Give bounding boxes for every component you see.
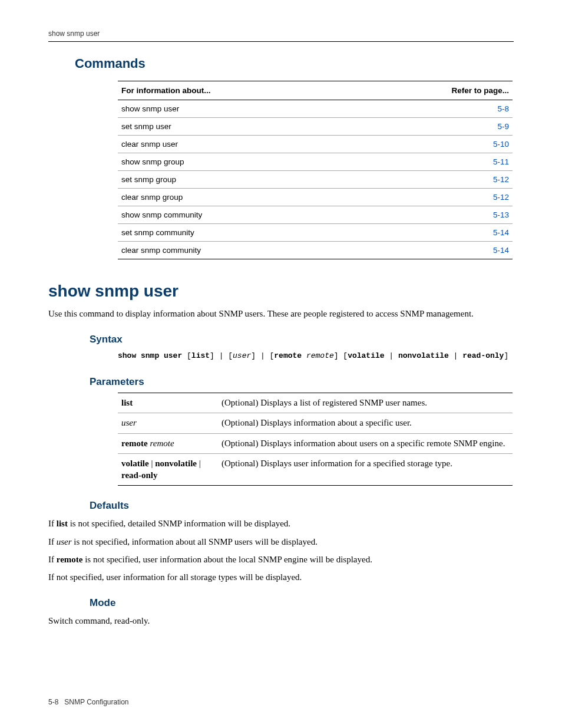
table-row: user(Optional) Displays information abou… — [118, 413, 513, 434]
defaults-line: If list is not specified, detailed SNMP … — [48, 518, 514, 529]
command-name-cell: set snmp group — [118, 171, 354, 189]
command-name-cell: set snmp user — [118, 118, 354, 136]
table-row: remote remote(Optional) Displays informa… — [118, 433, 513, 454]
page-link[interactable]: 5-13 — [493, 210, 509, 219]
page-link[interactable]: 5-9 — [497, 122, 509, 131]
mode-text: Switch command, read-only. — [48, 615, 514, 627]
command-intro: Use this command to display information … — [48, 308, 514, 319]
param-name-cell: remote remote — [118, 433, 218, 454]
param-desc-cell: (Optional) Displays user information for… — [218, 454, 513, 486]
page-link[interactable]: 5-14 — [493, 228, 509, 237]
defaults-line: If not specified, user information for a… — [48, 571, 514, 583]
page-ref-cell: 5-12 — [354, 189, 513, 206]
command-name-cell: show snmp group — [118, 153, 354, 171]
param-name-cell: volatile | nonvolatile | read-only — [118, 454, 218, 486]
syntax-heading: Syntax — [90, 334, 514, 345]
param-desc-cell: (Optional) Displays information about us… — [218, 433, 513, 454]
parameters-table: list(Optional) Displays a list of regist… — [118, 393, 513, 486]
command-name-cell: clear snmp user — [118, 136, 354, 153]
syntax-line: show snmp user [list] | [user] | [remote… — [118, 350, 514, 362]
defaults-line: If remote is not specified, user informa… — [48, 554, 514, 565]
command-name-cell: clear snmp community — [118, 242, 354, 259]
page-link[interactable]: 5-12 — [493, 175, 509, 184]
page-ref-cell: 5-8 — [354, 100, 513, 118]
defaults-heading: Defaults — [90, 500, 514, 512]
page-link[interactable]: 5-12 — [493, 193, 509, 202]
footer-section: SNMP Configuration — [64, 698, 128, 706]
param-name-cell: list — [118, 393, 218, 413]
commands-heading: Commands — [75, 56, 514, 71]
table-row: show snmp user5-8 — [118, 100, 513, 118]
running-header: show snmp user — [48, 29, 514, 42]
defaults-line: If user is not specified, information ab… — [48, 536, 514, 548]
table-row: clear snmp user5-10 — [118, 136, 513, 153]
table-row: show snmp group5-11 — [118, 153, 513, 171]
table-row: set snmp group5-12 — [118, 171, 513, 189]
page-link[interactable]: 5-14 — [493, 246, 509, 255]
page-ref-cell: 5-14 — [354, 242, 513, 259]
parameters-heading: Parameters — [90, 376, 514, 388]
table-row: set snmp community5-14 — [118, 224, 513, 242]
table-row: clear snmp group5-12 — [118, 189, 513, 206]
page-ref-cell: 5-13 — [354, 206, 513, 224]
command-name-cell: clear snmp group — [118, 189, 354, 206]
param-desc-cell: (Optional) Displays a list of registered… — [218, 393, 513, 413]
page-ref-cell: 5-10 — [354, 136, 513, 153]
commands-table-head-right: Refer to page... — [354, 81, 513, 100]
command-name-cell: set snmp community — [118, 224, 354, 242]
table-row: show snmp community5-13 — [118, 206, 513, 224]
commands-table: For information about... Refer to page..… — [118, 81, 513, 259]
table-row: clear snmp community5-14 — [118, 242, 513, 259]
page-link[interactable]: 5-8 — [497, 104, 509, 113]
table-row: volatile | nonvolatile | read-only(Optio… — [118, 454, 513, 486]
page-link[interactable]: 5-10 — [493, 140, 509, 149]
commands-table-head-left: For information about... — [118, 81, 354, 100]
command-title: show snmp user — [48, 282, 514, 301]
footer-page-number: 5-8 — [48, 698, 58, 706]
table-row: list(Optional) Displays a list of regist… — [118, 393, 513, 413]
page-link[interactable]: 5-11 — [493, 157, 509, 166]
page-ref-cell: 5-12 — [354, 171, 513, 189]
command-name-cell: show snmp user — [118, 100, 354, 118]
command-name-cell: show snmp community — [118, 206, 354, 224]
page-ref-cell: 5-11 — [354, 153, 513, 171]
table-row: set snmp user5-9 — [118, 118, 513, 136]
page-footer: 5-8 SNMP Configuration — [48, 698, 514, 706]
page-ref-cell: 5-14 — [354, 224, 513, 242]
mode-heading: Mode — [90, 597, 514, 609]
param-desc-cell: (Optional) Displays information about a … — [218, 413, 513, 434]
param-name-cell: user — [118, 413, 218, 434]
page-ref-cell: 5-9 — [354, 118, 513, 136]
